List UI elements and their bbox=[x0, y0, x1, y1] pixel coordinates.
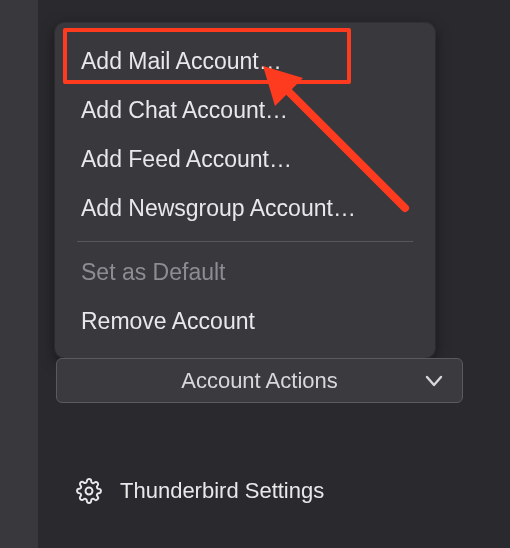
thunderbird-settings-button[interactable]: Thunderbird Settings bbox=[76, 478, 324, 504]
menu-item-add-mail-account[interactable]: Add Mail Account… bbox=[55, 37, 435, 86]
account-actions-menu: Add Mail Account… Add Chat Account… Add … bbox=[55, 23, 435, 358]
window-edge bbox=[0, 0, 38, 548]
thunderbird-settings-label: Thunderbird Settings bbox=[120, 478, 324, 504]
chevron-down-icon bbox=[424, 371, 444, 391]
account-actions-label: Account Actions bbox=[181, 368, 338, 394]
menu-item-add-chat-account[interactable]: Add Chat Account… bbox=[55, 86, 435, 135]
menu-item-remove-account[interactable]: Remove Account bbox=[55, 297, 435, 346]
account-actions-button[interactable]: Account Actions bbox=[56, 358, 463, 403]
svg-point-2 bbox=[86, 488, 93, 495]
gear-icon bbox=[76, 478, 102, 504]
menu-item-add-newsgroup-account[interactable]: Add Newsgroup Account… bbox=[55, 184, 435, 233]
menu-item-add-feed-account[interactable]: Add Feed Account… bbox=[55, 135, 435, 184]
menu-item-set-default: Set as Default bbox=[55, 248, 435, 297]
menu-divider bbox=[77, 241, 413, 242]
